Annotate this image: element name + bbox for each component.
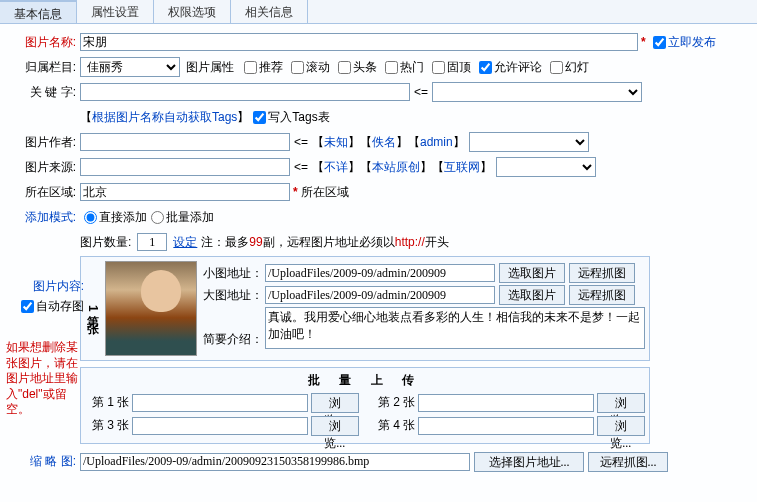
select-keyword[interactable] — [432, 82, 642, 102]
button-remote-big[interactable]: 远程抓图 — [569, 285, 635, 305]
label-count: 图片数量: — [80, 234, 131, 251]
button-select-addr[interactable]: 选择图片地址... — [474, 452, 584, 472]
label-img-attr: 图片属性 — [186, 59, 234, 76]
radio-batch[interactable] — [151, 211, 164, 224]
input-count[interactable] — [137, 233, 167, 251]
button-remote-thumb[interactable]: 远程抓图... — [588, 452, 668, 472]
button-remote-small[interactable]: 远程抓图 — [569, 263, 635, 283]
link-internet[interactable]: 互联网 — [444, 159, 480, 176]
link-set[interactable]: 设定 — [173, 234, 197, 251]
checkbox-headline[interactable] — [338, 61, 351, 74]
checkbox-slide[interactable] — [550, 61, 563, 74]
label-autosave: 自动存图 — [36, 299, 84, 313]
label-le-3: <= — [294, 159, 308, 176]
note-4: http:// — [395, 234, 425, 251]
button-select-small[interactable]: 选取图片 — [499, 263, 565, 283]
panel-image-item: 第1张 小图地址： 选取图片 远程抓图 大图地址： 选取图片 远程抓图 简要介绍… — [80, 256, 650, 361]
radio-direct[interactable] — [84, 211, 97, 224]
tab-related[interactable]: 相关信息 — [231, 0, 308, 23]
checkbox-publish-now[interactable] — [653, 36, 666, 49]
tab-basic-info[interactable]: 基本信息 — [0, 0, 77, 23]
input-batch-4[interactable] — [418, 417, 593, 435]
note-delete-hint: 如果想删除某张图片，请在图片地址里输入"del"或留空。 — [6, 340, 84, 418]
label-batch: 批量添加 — [166, 209, 214, 226]
link-anon[interactable]: 佚名 — [372, 134, 396, 151]
button-browse-2[interactable]: 浏览... — [597, 393, 645, 413]
brk: 【 — [360, 134, 372, 151]
input-big-url[interactable] — [265, 286, 495, 304]
button-browse-1[interactable]: 浏览... — [311, 393, 359, 413]
note-5: 开头 — [425, 234, 449, 251]
brk: 】 — [348, 134, 360, 151]
tab-attr-settings[interactable]: 属性设置 — [77, 0, 154, 23]
textarea-intro[interactable]: 真诚。我用爱心细心地装点看多彩的人生！相信我的未来不是梦！一起加油吧！ — [265, 307, 645, 349]
button-browse-3[interactable]: 浏览... — [311, 416, 359, 436]
image-preview — [105, 261, 197, 356]
checkbox-sticky[interactable] — [432, 61, 445, 74]
label-region-note: 所在区域 — [301, 184, 349, 201]
link-nodetail[interactable]: 不详 — [324, 159, 348, 176]
panel-batch-upload: 批 量 上 传 第 1 张 浏览... 第 2 张 浏览... 第 3 张 浏览… — [80, 367, 650, 444]
brk: 【 — [432, 159, 444, 176]
checkbox-scroll[interactable] — [291, 61, 304, 74]
label-n2: 第 2 张 — [371, 394, 415, 411]
input-keyword[interactable] — [80, 83, 410, 101]
label-direct: 直接添加 — [99, 209, 147, 226]
input-small-url[interactable] — [265, 264, 495, 282]
checkbox-write-tags[interactable] — [253, 111, 266, 124]
label-batch-title: 批 量 上 传 — [85, 372, 645, 389]
brk: 【 — [312, 134, 324, 151]
input-thumb[interactable] — [80, 453, 470, 471]
checkbox-hot[interactable] — [385, 61, 398, 74]
label-sticky: 固顶 — [447, 59, 471, 76]
select-column[interactable]: 佳丽秀 — [80, 57, 180, 77]
label-le-1: <= — [414, 84, 428, 101]
select-author[interactable] — [469, 132, 589, 152]
label-thumb: 缩 略 图: — [6, 453, 76, 470]
required-star: * — [641, 34, 646, 51]
link-admin[interactable]: admin — [420, 134, 453, 151]
brk: 】 — [453, 134, 465, 151]
link-auto-tags[interactable]: 根据图片名称自动获取Tags — [92, 109, 237, 126]
select-source[interactable] — [496, 157, 596, 177]
link-origin[interactable]: 本站原创 — [372, 159, 420, 176]
label-intro: 简要介绍： — [203, 331, 263, 348]
required-star-2: * — [293, 184, 298, 201]
label-column: 归属栏目: — [6, 59, 76, 76]
label-n1: 第 1 张 — [85, 394, 129, 411]
link-unknown[interactable]: 未知 — [324, 134, 348, 151]
note-1: 注：最多 — [201, 234, 249, 251]
input-image-name[interactable] — [80, 33, 638, 51]
label-region: 所在区域: — [6, 184, 76, 201]
label-add-mode: 添加模式: — [6, 209, 76, 226]
checkbox-autosave[interactable] — [21, 300, 34, 313]
text-bracket2: 】 — [237, 109, 249, 126]
checkbox-allow-comment[interactable] — [479, 61, 492, 74]
brk: 】 — [420, 159, 432, 176]
label-keyword: 关 键 字: — [6, 84, 76, 101]
brk: 【 — [408, 134, 420, 151]
button-browse-4[interactable]: 浏览... — [597, 416, 645, 436]
input-batch-3[interactable] — [132, 417, 307, 435]
label-write-tags: 写入Tags表 — [268, 109, 329, 126]
label-scroll: 滚动 — [306, 59, 330, 76]
button-select-big[interactable]: 选取图片 — [499, 285, 565, 305]
input-author[interactable] — [80, 133, 290, 151]
label-allow-comment: 允许评论 — [494, 59, 542, 76]
input-batch-2[interactable] — [418, 394, 593, 412]
label-hot: 热门 — [400, 59, 424, 76]
note-3: 副，远程图片地址必须以 — [263, 234, 395, 251]
label-headline: 头条 — [353, 59, 377, 76]
input-batch-1[interactable] — [132, 394, 307, 412]
input-source[interactable] — [80, 158, 290, 176]
input-region[interactable] — [80, 183, 290, 201]
brk: 【 — [312, 159, 324, 176]
checkbox-recommend[interactable] — [244, 61, 257, 74]
label-source: 图片来源: — [6, 159, 76, 176]
brk: 】 — [480, 159, 492, 176]
label-author: 图片作者: — [6, 134, 76, 151]
label-slide: 幻灯 — [565, 59, 589, 76]
brk: 】 — [348, 159, 360, 176]
tab-permission[interactable]: 权限选项 — [154, 0, 231, 23]
brk: 】 — [396, 134, 408, 151]
